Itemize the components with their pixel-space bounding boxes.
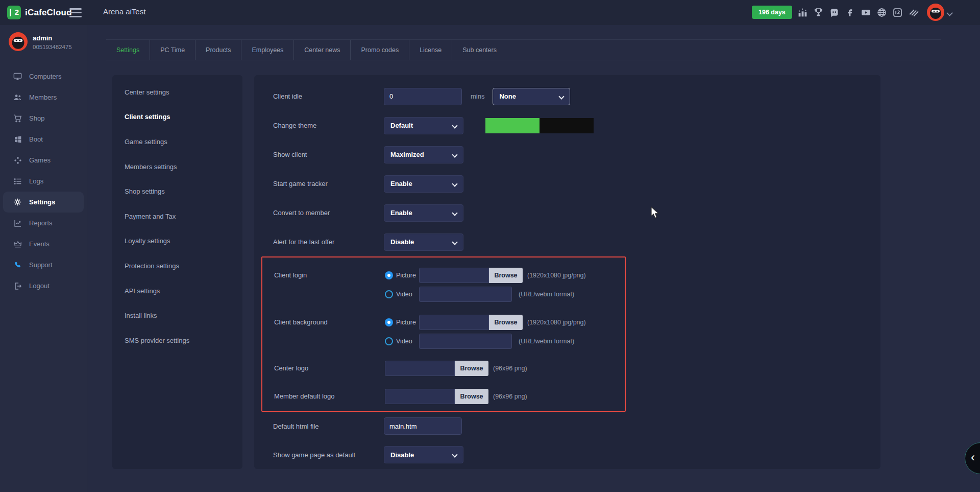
discord-icon[interactable] xyxy=(829,7,840,18)
icafecloud-mark-icon[interactable] xyxy=(892,7,903,18)
client-idle-action-select[interactable]: None xyxy=(493,88,570,105)
sidebar-item-boot[interactable]: Boot xyxy=(0,129,87,150)
row-show-client: Show client Maximized xyxy=(273,140,880,169)
tab-employees[interactable]: Employees xyxy=(241,40,294,60)
chevron-down-icon xyxy=(559,93,565,99)
row-show-game-page: Show game page as default Disable xyxy=(273,440,880,469)
client-login-picture-browse-button[interactable]: Browse xyxy=(489,268,523,283)
edge-collapse-handle[interactable]: ‹ xyxy=(965,442,980,474)
start-game-tracker-select[interactable]: Enable xyxy=(384,175,463,193)
client-idle-input[interactable] xyxy=(384,88,462,105)
sidebar-item-logs[interactable]: Logs xyxy=(0,171,87,192)
client-login-picture-radio-label: Picture xyxy=(396,272,419,279)
sidebar: admin 005193482475 Computers Members xyxy=(0,25,87,492)
client-background-video-radio-label: Video xyxy=(396,338,419,345)
tab-center-news[interactable]: Center news xyxy=(294,40,351,60)
chevron-down-icon xyxy=(452,452,457,457)
nav-members-settings[interactable]: Members settings xyxy=(112,154,242,179)
convert-to-member-select[interactable]: Enable xyxy=(384,204,463,222)
alert-last-offer-select[interactable]: Disable xyxy=(384,233,463,251)
sidebar-item-logout[interactable]: Logout xyxy=(0,275,87,296)
nav-payment-and-tax[interactable]: Payment and Tax xyxy=(112,204,242,229)
alert-last-offer-label: Alert for the last offer xyxy=(273,238,384,246)
sidebar-item-games[interactable]: Games xyxy=(0,150,87,171)
tab-pc-time[interactable]: PC Time xyxy=(150,40,195,60)
client-background-picture-input[interactable] xyxy=(419,315,489,330)
nav-loyalty-settings[interactable]: Loyalty settings xyxy=(112,229,242,254)
chevron-down-icon xyxy=(452,181,457,186)
layers-icon[interactable] xyxy=(908,7,919,18)
center-logo-input[interactable] xyxy=(385,361,455,376)
client-login-picture-radio[interactable] xyxy=(385,271,393,279)
games-icon xyxy=(13,155,22,165)
show-client-select[interactable]: Maximized xyxy=(384,146,463,163)
client-background-video-hint: (URL/webm format) xyxy=(519,338,574,345)
sidebar-user[interactable]: admin 005193482475 xyxy=(0,25,87,59)
default-html-file-input[interactable] xyxy=(384,417,462,435)
menu-toggle-icon[interactable] xyxy=(69,8,82,17)
trophy-icon[interactable] xyxy=(813,7,824,18)
nav-install-links[interactable]: Install links xyxy=(112,303,242,328)
app-logo[interactable]: 2 iCafeCloud xyxy=(7,6,72,19)
row-alert-last-offer: Alert for the last offer Disable xyxy=(273,227,880,256)
tab-promo-codes[interactable]: Promo codes xyxy=(351,40,409,60)
license-days-badge[interactable]: 196 days xyxy=(752,6,792,19)
youtube-icon[interactable] xyxy=(861,7,871,18)
member-default-logo-browse-button[interactable]: Browse xyxy=(455,389,488,404)
globe-icon[interactable] xyxy=(876,7,887,18)
member-default-logo-label: Member default logo xyxy=(274,392,385,400)
theme-color-preview xyxy=(485,118,594,133)
leaderboard-icon[interactable] xyxy=(797,7,808,18)
topbar: 2 iCafeCloud Arena aiTest 196 days xyxy=(0,0,980,25)
facebook-icon[interactable] xyxy=(845,7,855,18)
nav-api-settings[interactable]: API settings xyxy=(112,278,242,303)
nav-sms-provider-settings[interactable]: SMS provider settings xyxy=(112,328,242,353)
sidebar-item-computers[interactable]: Computers xyxy=(0,66,87,87)
tab-products[interactable]: Products xyxy=(195,40,241,60)
crown-icon xyxy=(13,239,22,249)
row-client-login-picture: Client login Picture Browse (1920x1080 j… xyxy=(274,266,625,285)
nav-client-settings[interactable]: Client settings xyxy=(112,105,242,130)
nav-center-settings[interactable]: Center settings xyxy=(112,80,242,105)
center-logo-browse-button[interactable]: Browse xyxy=(455,361,488,376)
member-default-logo-input[interactable] xyxy=(385,389,455,404)
client-login-video-input[interactable] xyxy=(419,287,512,302)
row-client-background-picture: Client background Picture Browse (1920x1… xyxy=(274,313,625,332)
client-background-picture-browse-button[interactable]: Browse xyxy=(489,315,523,330)
client-login-picture-input[interactable] xyxy=(419,268,489,283)
sidebar-item-reports[interactable]: Reports xyxy=(0,213,87,233)
user-menu-chevron-icon[interactable] xyxy=(946,10,953,16)
sidebar-item-events[interactable]: Events xyxy=(0,233,87,254)
tab-settings[interactable]: Settings xyxy=(106,40,150,60)
sidebar-item-support[interactable]: Support xyxy=(0,254,87,275)
client-background-label: Client background xyxy=(274,318,385,326)
center-tabs: Settings PC Time Products Employees Cent… xyxy=(106,39,941,60)
media-settings-highlight-box: Client login Picture Browse (1920x1080 j… xyxy=(261,256,626,412)
client-background-video-input[interactable] xyxy=(419,334,512,349)
tab-sub-centers[interactable]: Sub centers xyxy=(452,40,507,60)
sidebar-item-settings[interactable]: Settings xyxy=(3,192,84,213)
nav-game-settings[interactable]: Game settings xyxy=(112,129,242,154)
tab-license[interactable]: License xyxy=(409,40,452,60)
client-login-video-radio-label: Video xyxy=(396,291,419,298)
client-idle-unit: mins xyxy=(471,92,484,100)
nav-protection-settings[interactable]: Protection settings xyxy=(112,253,242,278)
client-background-picture-radio[interactable] xyxy=(385,318,393,326)
show-game-page-select[interactable]: Disable xyxy=(384,446,463,463)
sidebar-item-shop[interactable]: Shop xyxy=(0,108,87,129)
nav-shop-settings[interactable]: Shop settings xyxy=(112,179,242,204)
client-login-video-radio[interactable] xyxy=(385,290,393,298)
center-logo-label: Center logo xyxy=(274,364,385,372)
user-avatar[interactable] xyxy=(927,4,944,21)
client-background-video-radio[interactable] xyxy=(385,337,393,345)
user-id: 005193482475 xyxy=(33,44,72,50)
sidebar-avatar xyxy=(9,32,28,51)
chevron-down-icon xyxy=(452,239,457,245)
change-theme-select[interactable]: Default xyxy=(384,117,463,134)
members-icon xyxy=(13,92,22,102)
sidebar-item-members[interactable]: Members xyxy=(0,87,87,108)
row-center-logo: Center logo Browse (96x96 png) xyxy=(274,359,625,378)
row-client-login-video: Video (URL/webm format) xyxy=(274,285,625,303)
chart-icon xyxy=(13,218,22,228)
client-settings-form: Client idle mins None Change theme Defau… xyxy=(254,75,880,469)
